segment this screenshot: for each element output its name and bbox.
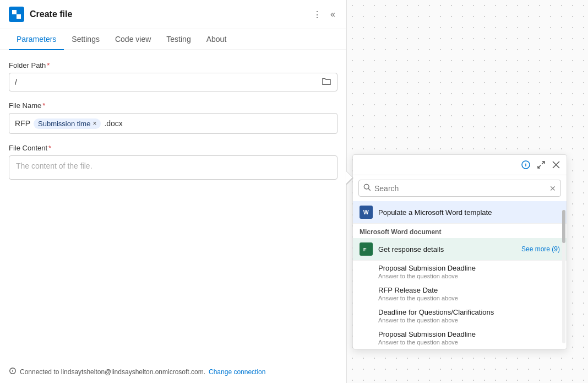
popup-header xyxy=(353,155,567,175)
tab-code-view[interactable]: Code view xyxy=(107,29,159,50)
file-content-input[interactable]: The content of the file. xyxy=(9,155,337,180)
connection-info: Connected to lindsaytshelton@lindsayshel… xyxy=(0,360,346,383)
token-remove-button[interactable]: × xyxy=(92,120,96,127)
left-panel: Create file ⋮ « Parameters Settings Code… xyxy=(0,0,347,383)
file-content-group: File Content* The content of the file. xyxy=(9,144,337,180)
tab-parameters[interactable]: Parameters xyxy=(9,29,64,50)
popup-list: W Populate a Microsoft Word template Mic… xyxy=(353,201,567,349)
proposal-deadline-label-2: Proposal Submission Deadline xyxy=(378,330,560,338)
popup-scrollbar-thumb xyxy=(562,210,565,243)
proposal-deadline-desc-2: Answer to the question above xyxy=(378,339,560,346)
panel-title: Create file xyxy=(30,9,72,19)
tab-bar: Parameters Settings Code view Testing Ab… xyxy=(0,29,346,50)
get-response-label: Get response details xyxy=(378,245,521,253)
proposal-deadline-desc-1: Answer to the question above xyxy=(378,273,560,279)
panel-header-left: Create file xyxy=(9,7,72,22)
proposal-deadline-label-1: Proposal Submission Deadline xyxy=(378,264,560,272)
popup-close-button[interactable] xyxy=(551,160,561,170)
right-panel: ✕ W Populate a Microsoft Word template M… xyxy=(347,0,588,383)
populate-template-label: Populate a Microsoft Word template xyxy=(378,208,560,217)
svg-text:F: F xyxy=(363,246,367,252)
file-name-prefix-text: RFP xyxy=(15,119,30,128)
get-response-details-item[interactable]: F Get response details See more (9) xyxy=(353,238,567,261)
populate-word-template-item[interactable]: W Populate a Microsoft Word template xyxy=(353,201,567,224)
folder-path-input[interactable] xyxy=(15,78,322,87)
collapse-button[interactable]: « xyxy=(328,7,337,21)
svg-text:W: W xyxy=(363,209,369,215)
panel-logo xyxy=(9,7,24,22)
popup-search-container: ✕ xyxy=(358,180,561,197)
svg-rect-1 xyxy=(17,14,21,19)
tab-settings[interactable]: Settings xyxy=(64,29,107,50)
rfp-release-date-label: RFP Release Date xyxy=(378,286,560,294)
search-input[interactable] xyxy=(374,184,546,193)
connection-text: Connected to lindsaytshelton@lindsayshel… xyxy=(20,368,205,376)
submission-time-token[interactable]: Submission time × xyxy=(34,118,101,129)
proposal-deadline-item-1[interactable]: Proposal Submission Deadline Answer to t… xyxy=(353,261,567,283)
change-connection-link[interactable]: Change connection xyxy=(209,368,265,376)
file-name-label: File Name* xyxy=(9,101,337,110)
file-content-label: File Content* xyxy=(9,144,337,152)
connection-icon xyxy=(9,367,17,376)
panel-arrow xyxy=(346,171,352,184)
deadline-clarifications-label: Deadline for Questions/Clarifications xyxy=(378,308,560,316)
tab-about[interactable]: About xyxy=(199,29,235,50)
svg-point-4 xyxy=(364,184,369,189)
search-clear-icon[interactable]: ✕ xyxy=(549,184,556,193)
form-content: Folder Path* File Name* RFP xyxy=(0,50,346,360)
see-more-link[interactable]: See more (9) xyxy=(521,245,560,253)
popup-scrollbar[interactable] xyxy=(562,210,565,343)
folder-path-group: Folder Path* xyxy=(9,61,337,91)
rfp-release-date-desc: Answer to the question above xyxy=(378,295,560,301)
expression-popup: ✕ W Populate a Microsoft Word template M… xyxy=(352,154,567,349)
proposal-deadline-item-2[interactable]: Proposal Submission Deadline Answer to t… xyxy=(353,327,567,349)
deadline-clarifications-item[interactable]: Deadline for Questions/Clarifications An… xyxy=(353,305,567,327)
get-response-icon: F xyxy=(360,242,373,256)
panel-header-right: ⋮ « xyxy=(311,7,337,22)
folder-path-input-container xyxy=(9,73,337,91)
section-header: Microsoft Word document xyxy=(353,224,567,238)
rfp-release-date-item[interactable]: RFP Release Date Answer to the question … xyxy=(353,283,567,305)
svg-rect-0 xyxy=(12,10,17,14)
more-options-button[interactable]: ⋮ xyxy=(311,7,324,22)
tab-testing[interactable]: Testing xyxy=(159,29,198,50)
panel-header: Create file ⋮ « xyxy=(0,0,346,29)
folder-browse-icon[interactable] xyxy=(322,77,331,88)
file-name-group: File Name* RFP Submission time × .docx xyxy=(9,101,337,134)
deadline-clarifications-desc: Answer to the question above xyxy=(378,317,560,323)
folder-path-label: Folder Path* xyxy=(9,61,337,69)
popup-expand-button[interactable] xyxy=(536,159,547,170)
file-extension-text: .docx xyxy=(104,119,122,128)
popup-info-button[interactable] xyxy=(520,159,531,170)
file-name-input-container[interactable]: RFP Submission time × .docx xyxy=(9,113,337,134)
get-response-row: Get response details See more (9) xyxy=(378,245,560,253)
word-template-icon: W xyxy=(360,206,373,219)
search-icon xyxy=(363,184,371,193)
